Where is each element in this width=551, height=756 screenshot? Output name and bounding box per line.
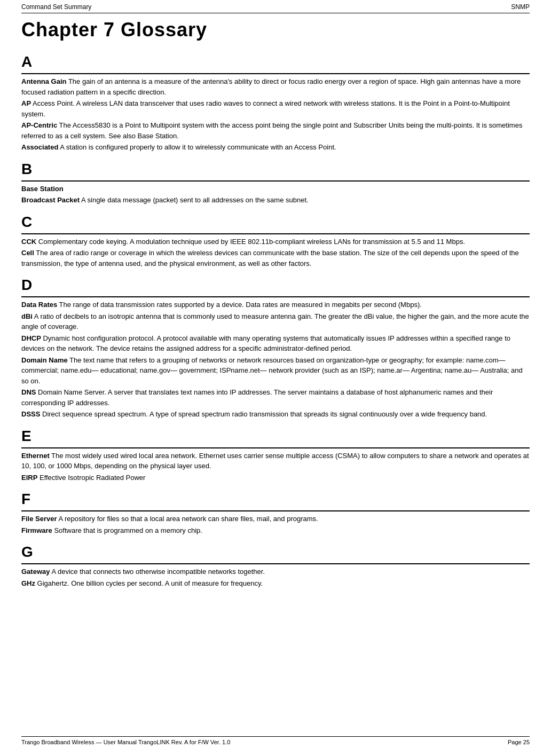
section-letter-e: E: [21, 425, 530, 448]
glossary-entry: CCK Complementary code keying. A modulat…: [21, 237, 530, 247]
glossary-term: DHCP: [21, 334, 41, 342]
glossary-entry: Broadcast Packet A single data message (…: [21, 195, 530, 206]
glossary-term: Domain Name: [21, 356, 68, 364]
glossary-entry: DHCP Dynamic host configuration protocol…: [21, 333, 530, 354]
glossary-term: dBi: [21, 312, 33, 320]
footer-right: Page 25: [508, 739, 530, 745]
glossary-term: AP: [21, 99, 31, 107]
glossary-entry: Associated A station is configured prope…: [21, 142, 530, 153]
glossary-entry: Domain Name The text name that refers to…: [21, 355, 530, 387]
glossary-entry: EIRP Effective Isotropic Radiated Power: [21, 472, 530, 483]
glossary-term: File Server: [21, 515, 57, 523]
footer-bar: Trango Broadband Wireless — User Manual …: [21, 736, 530, 745]
glossary-term: DNS: [21, 388, 36, 396]
header-right: SNMP: [511, 3, 530, 11]
glossary-term: Cell: [21, 249, 34, 257]
glossary-entry: Ethernet The most widely used wired loca…: [21, 451, 530, 471]
glossary-entry: Data Rates The range of data transmissio…: [21, 300, 530, 310]
glossary-entry: File Server A repository for files so th…: [21, 514, 530, 524]
glossary-entry: Firmware Software that is programmed on …: [21, 525, 530, 536]
glossary-term: Firmware: [21, 526, 52, 534]
glossary-term: EIRP: [21, 474, 37, 482]
glossary-entry: Cell The area of radio range or coverage…: [21, 248, 530, 269]
glossary-term: Gateway: [21, 568, 50, 576]
glossary-entry: AP Access Point. A wireless LAN data tra…: [21, 98, 530, 119]
glossary-term: CCK: [21, 238, 36, 246]
glossary-term: Data Rates: [21, 301, 57, 309]
glossary-term: Associated: [21, 143, 58, 151]
section-letter-f: F: [21, 488, 530, 511]
glossary-entry: GHz Gigahertz. One billion cycles per se…: [21, 578, 530, 589]
section-letter-b: B: [21, 158, 530, 182]
glossary-entry: Base Station: [21, 184, 530, 194]
glossary-term: AP-Centric: [21, 121, 57, 129]
section-letter-c: C: [21, 211, 530, 234]
section-letter-a: A: [21, 51, 530, 74]
glossary-content: AAntenna Gain The gain of an antenna is …: [21, 51, 530, 588]
footer-left: Trango Broadband Wireless — User Manual …: [21, 739, 230, 745]
glossary-entry: dBi A ratio of decibels to an isotropic …: [21, 311, 530, 332]
chapter-title: Chapter 7 Glossary: [21, 19, 530, 41]
glossary-entry: DSSS Direct sequence spread spectrum. A …: [21, 409, 530, 420]
glossary-term: Broadcast Packet: [21, 196, 80, 204]
glossary-term: GHz: [21, 579, 35, 587]
glossary-entry: Gateway A device that connects two other…: [21, 566, 530, 577]
section-letter-g: G: [21, 541, 530, 564]
glossary-term: Antenna Gain: [21, 77, 67, 85]
glossary-term: Base Station: [21, 185, 64, 193]
section-letter-d: D: [21, 274, 530, 297]
glossary-term: Ethernet: [21, 452, 50, 460]
page-container: Command Set Summary SNMP Chapter 7 Gloss…: [0, 0, 551, 756]
glossary-term: DSSS: [21, 410, 40, 418]
glossary-entry: Antenna Gain The gain of an antenna is a…: [21, 76, 530, 97]
header-bar: Command Set Summary SNMP: [21, 0, 530, 13]
glossary-entry: AP-Centric The Access5830 is a Point to …: [21, 120, 530, 141]
header-left: Command Set Summary: [21, 3, 91, 11]
glossary-entry: DNS Domain Name Server. A server that tr…: [21, 387, 530, 408]
